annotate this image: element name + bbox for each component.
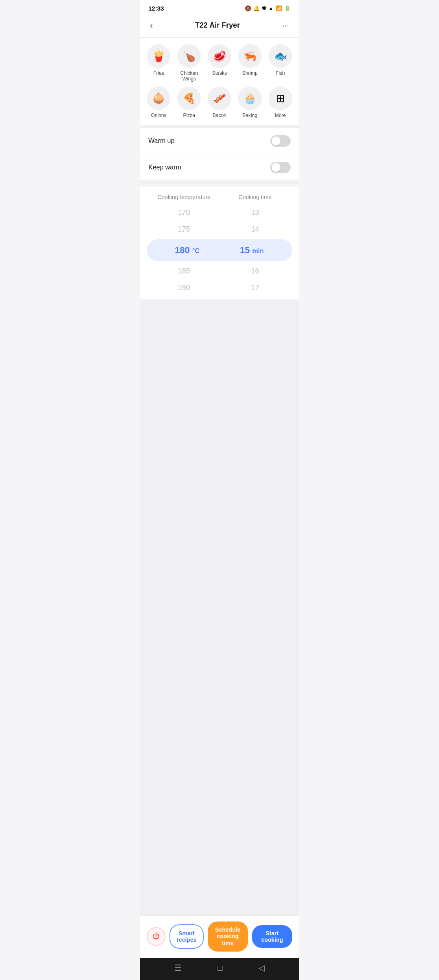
status-bar: 12:33 🔕 🔔 ✱ ▲ 📶 🔋 (140, 0, 299, 15)
temp-value-190: 190 (148, 284, 220, 292)
baking-icon: 🧁 (238, 87, 262, 110)
fries-label: Fries (153, 70, 164, 76)
chicken-wings-icon: 🍗 (177, 44, 201, 68)
battery-icon: 🔋 (284, 5, 291, 11)
category-item-steaks[interactable]: 🥩Steaks (205, 44, 234, 82)
category-item-pizza[interactable]: 🍕Pizza (175, 87, 204, 118)
picker-row-185[interactable]: 18516 (140, 263, 299, 280)
status-icons: 🔕 🔔 ✱ ▲ 📶 🔋 (245, 5, 291, 11)
baking-label: Baking (242, 113, 257, 118)
start-cooking-button[interactable]: Start cooking (252, 925, 292, 948)
signal-icon: 📶 (276, 5, 282, 11)
temp-value-175: 175 (148, 225, 220, 234)
more-button[interactable]: ··· (280, 19, 291, 32)
category-item-shrimp[interactable]: 🦐Shrimp (235, 44, 264, 82)
warm-up-row: Warm up (140, 128, 299, 154)
categories-grid: 🍟Fries🍗Chicken Wings🥩Steaks🦐Shrimp🐟Fish🧅… (144, 44, 295, 118)
category-item-more[interactable]: ⊞More (266, 87, 295, 118)
fish-label: Fish (276, 70, 285, 76)
nav-menu-icon[interactable]: ☰ (174, 963, 182, 973)
bacon-icon: 🥓 (208, 87, 231, 110)
picker-rows: 1701317514180 °C15 min1851619017 (140, 204, 299, 296)
bacon-label: Bacon (213, 113, 226, 118)
page-title: T22 Air Fryer (195, 21, 240, 30)
category-item-baking[interactable]: 🧁Baking (235, 87, 264, 118)
shrimp-label: Shrimp (242, 70, 258, 76)
time-value-17: 17 (220, 284, 291, 292)
keep-warm-toggle[interactable] (270, 162, 291, 173)
picker-row-180[interactable]: 180 °C15 min (147, 239, 292, 261)
keep-warm-row: Keep warm (140, 154, 299, 181)
time-value-14: 14 (220, 225, 291, 234)
temp-value-170: 170 (148, 208, 220, 217)
bottom-bar: ⏻ Smart recipes Schedule cooking time St… (140, 915, 299, 958)
cooking-headers: Cooking temperature Cooking time (140, 194, 299, 204)
empty-spacer (140, 299, 299, 915)
category-item-bacon[interactable]: 🥓Bacon (205, 87, 234, 118)
back-button[interactable]: ‹ (148, 19, 154, 32)
category-item-chicken-wings[interactable]: 🍗Chicken Wings (175, 44, 204, 82)
category-item-onions[interactable]: 🧅Onions (144, 87, 173, 118)
time-value-15: 15 min (220, 245, 284, 256)
steaks-label: Steaks (212, 70, 227, 76)
shrimp-icon: 🦐 (238, 44, 262, 68)
time-value-13: 13 (220, 208, 291, 217)
pizza-icon: 🍕 (177, 87, 201, 110)
wifi-icon: ▲ (268, 5, 274, 11)
fries-icon: 🍟 (147, 44, 170, 68)
categories-section: 🍟Fries🍗Chicken Wings🥩Steaks🦐Shrimp🐟Fish🧅… (140, 38, 299, 125)
app-header: ‹ T22 Air Fryer ··· (140, 15, 299, 38)
more-icon: ⊞ (269, 87, 292, 110)
temp-value-180: 180 °C (155, 245, 220, 256)
picker-row-190[interactable]: 19017 (140, 280, 299, 296)
steaks-icon: 🥩 (208, 44, 231, 68)
chicken-wings-label: Chicken Wings (175, 70, 204, 82)
section-divider-2 (140, 181, 299, 184)
keep-warm-label: Keep warm (148, 164, 181, 171)
time-value-16: 16 (220, 267, 291, 275)
fish-icon: 🐟 (269, 44, 292, 68)
onions-label: Onions (151, 113, 166, 118)
nav-back-icon[interactable]: ◁ (259, 963, 265, 973)
more-label: More (275, 113, 286, 118)
onions-icon: 🧅 (147, 87, 170, 110)
pizza-label: Pizza (183, 113, 195, 118)
schedule-button[interactable]: Schedule cooking time (208, 921, 248, 952)
nav-home-icon[interactable]: □ (217, 963, 222, 973)
power-button[interactable]: ⏻ (147, 927, 165, 946)
temp-value-185: 185 (148, 267, 220, 275)
power-icon: ⏻ (152, 932, 160, 941)
time-header: Cooking time (220, 194, 291, 200)
temp-header: Cooking temperature (148, 194, 220, 200)
nav-bar: ☰ □ ◁ (140, 958, 299, 980)
bluetooth-icon: ✱ (262, 5, 266, 11)
status-time: 12:33 (148, 5, 164, 12)
picker-row-175[interactable]: 17514 (140, 221, 299, 238)
mute-icon: 🔕 (245, 5, 251, 11)
category-item-fish[interactable]: 🐟Fish (266, 44, 295, 82)
smart-recipes-button[interactable]: Smart recipes (170, 924, 204, 949)
warm-up-label: Warm up (148, 137, 174, 145)
section-divider-1 (140, 125, 299, 128)
bell-icon: 🔔 (253, 5, 260, 11)
warm-up-toggle[interactable] (270, 135, 291, 147)
cooking-section: Cooking temperature Cooking time 1701317… (140, 187, 299, 299)
toggle-section: Warm up Keep warm (140, 128, 299, 181)
picker-row-170[interactable]: 17013 (140, 204, 299, 221)
category-item-fries[interactable]: 🍟Fries (144, 44, 173, 82)
